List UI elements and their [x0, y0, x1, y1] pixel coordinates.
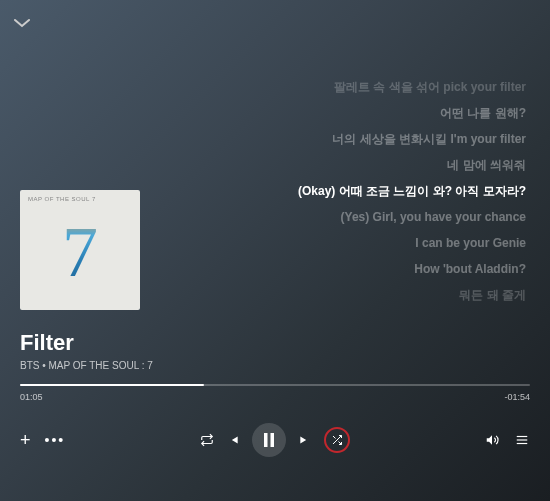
svg-rect-1 [271, 433, 275, 447]
controls-bar: + ••• [20, 420, 530, 460]
lyric-line: 네 맘에 씌워줘 [200, 156, 526, 174]
shuffle-button[interactable] [324, 427, 350, 453]
previous-icon[interactable] [226, 433, 240, 447]
progress-fill [20, 384, 204, 386]
now-playing-view: 팔레트 속 색을 섞어 pick your filter 어떤 나를 원해? 너… [0, 0, 550, 501]
lyric-line: 너의 세상을 변화시킬 I'm your filter [200, 130, 526, 148]
add-button[interactable]: + [20, 430, 31, 451]
more-button[interactable]: ••• [45, 432, 66, 448]
volume-icon[interactable] [484, 433, 500, 447]
time-remaining: -01:54 [504, 392, 530, 402]
progress-bar[interactable] [20, 384, 530, 386]
collapse-chevron-icon[interactable] [14, 14, 30, 32]
album-art-label: MAP OF THE SOUL 7 [28, 196, 96, 202]
progress-section: 01:05 -01:54 [20, 384, 530, 402]
lyric-line: How 'bout Aladdin? [200, 260, 526, 278]
queue-icon[interactable] [514, 433, 530, 447]
lyric-line: 뭐든 돼 줄게 [200, 286, 526, 304]
lyric-line-active: (Okay) 어때 조금 느낌이 와? 아직 모자라? [200, 182, 526, 200]
album-art-glyph: 7 [62, 211, 98, 294]
svg-rect-0 [264, 433, 268, 447]
track-title: Filter [20, 330, 153, 356]
track-subtitle: BTS • MAP OF THE SOUL : 7 [20, 360, 153, 371]
next-icon[interactable] [298, 433, 312, 447]
lyric-line: 팔레트 속 색을 섞어 pick your filter [200, 78, 526, 96]
track-info: Filter BTS • MAP OF THE SOUL : 7 [20, 330, 153, 371]
lyrics-panel: 팔레트 속 색을 섞어 pick your filter 어떤 나를 원해? 너… [200, 78, 526, 304]
lyric-line: I can be your Genie [200, 234, 526, 252]
repeat-icon[interactable] [200, 433, 214, 447]
pause-button[interactable] [252, 423, 286, 457]
album-art[interactable]: MAP OF THE SOUL 7 7 [20, 190, 140, 310]
lyric-line: 어떤 나를 원해? [200, 104, 526, 122]
time-elapsed: 01:05 [20, 392, 43, 402]
lyric-line: (Yes) Girl, you have your chance [200, 208, 526, 226]
